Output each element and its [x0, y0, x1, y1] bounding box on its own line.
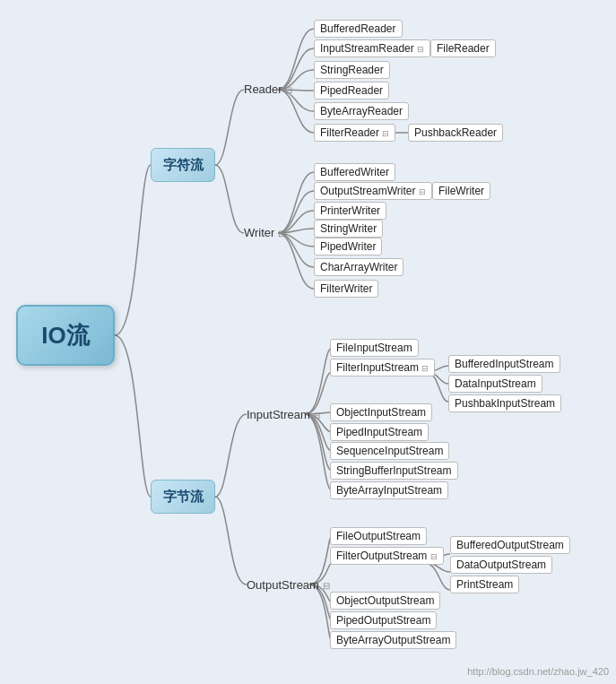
leaf-pushbackreader: PushbackReader [408, 124, 503, 142]
leaf-pipedinputstream: PipedInputStream [330, 423, 429, 441]
leaf-pushbakinputstream: PushbakInputStream [448, 394, 561, 412]
leaf-stringbufferinputstream: StringBufferInputStream [330, 462, 458, 480]
leaf-sequenceinputstream: SequenceInputStream [330, 442, 449, 460]
leaf-filereader: FileReader [430, 39, 496, 57]
leaf-filterwriter: FilterWriter [314, 280, 378, 298]
leaf-objectinputstream: ObjectInputStream [330, 403, 432, 421]
leaf-bytearrayoutputstream: ByteArrayOutputStream [330, 631, 456, 649]
sub-node-outputstream: OutputStream ⊟ [247, 578, 330, 592]
watermark: http://blog.csdn.net/zhao.jw_420 [467, 666, 609, 677]
leaf-stringwriter: StringWriter [314, 220, 383, 238]
leaf-bufferedoutputstream: BufferedOutputStream [450, 536, 570, 554]
leaf-bytearrayinputstream: ByteArrayInputStream [330, 481, 448, 499]
cat-node-char: 字符流 [151, 148, 215, 182]
mind-map: IO流 字符流 字节流 Reader ⊟ Writer ⊟ InputStrea… [0, 0, 616, 684]
leaf-bytearrayreader: ByteArrayReader [314, 102, 409, 120]
leaf-pipedwriter: PipedWriter [314, 238, 382, 255]
root-node: IO流 [16, 305, 115, 366]
leaf-filteroutputstream: FilterOutputStream ⊟ [330, 547, 444, 565]
sub-node-inputstream: InputStream ⊟ [247, 408, 320, 421]
leaf-inputstreamreader: InputStreamReader ⊟ [314, 39, 430, 57]
leaf-datainputstream: DataInputStream [448, 375, 542, 393]
leaf-filewriter: FileWriter [432, 182, 490, 200]
leaf-filterinputstream: FilterInputStream ⊟ [330, 359, 435, 377]
leaf-dataoutputstream: DataOutputStream [450, 556, 552, 574]
leaf-fileinputstream: FileInputStream [330, 339, 419, 357]
sub-node-reader: Reader ⊟ [244, 82, 292, 96]
leaf-printstream: PrintStream [450, 576, 519, 593]
leaf-bufferedinputstream: BufferedInputStream [448, 355, 560, 373]
leaf-printerwriter: PrinterWriter [314, 202, 386, 220]
leaf-fileoutputstream: FileOutputStream [330, 527, 427, 545]
leaf-objectoutputstream: ObjectOutputStream [330, 592, 440, 610]
cat-label-char: 字符流 [163, 157, 204, 174]
leaf-chararraywriter: CharArrayWriter [314, 258, 403, 276]
leaf-filterreader: FilterReader ⊟ [314, 124, 395, 142]
cat-node-byte: 字节流 [151, 480, 215, 514]
leaf-pipedreader: PipedReader [314, 82, 389, 100]
leaf-outputstreamwriter: OutputStreamWriter ⊟ [314, 182, 432, 200]
cat-label-byte: 字节流 [163, 489, 204, 506]
root-label: IO流 [41, 320, 89, 351]
leaf-stringreader: StringReader [314, 61, 390, 79]
leaf-bufferedreader: BufferedReader [314, 20, 403, 38]
leaf-bufferedwriter: BufferedWriter [314, 163, 395, 181]
leaf-pipedoutputstream: PipedOutputStream [330, 611, 437, 629]
sub-node-writer: Writer ⊟ [244, 226, 285, 239]
